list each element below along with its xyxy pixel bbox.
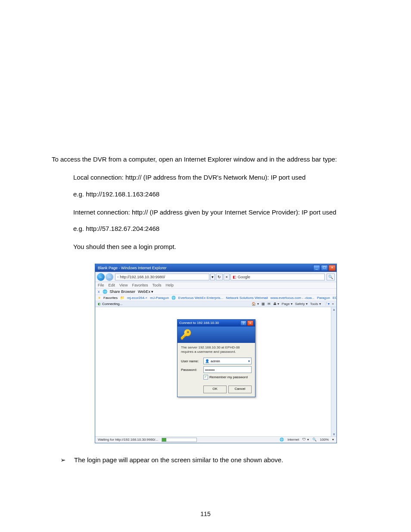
fav-item-0[interactable]: mj-ecor264-+ <box>127 296 147 300</box>
page-content: Connect to 192.168.10.30 ? × 🔑 The serve… <box>95 307 336 436</box>
local-line2: e.g. http://192.168.1.163:2468 <box>73 190 359 199</box>
loading-icon: ◐ <box>98 302 101 306</box>
progress-bar <box>162 438 197 442</box>
dialog-banner: 🔑 <box>177 327 255 343</box>
fav-item-3[interactable]: Network Solutions Webmail <box>226 296 268 300</box>
intro-paragraph: To access the DVR from a computer, open … <box>52 155 359 164</box>
internet-line1: Internet connection: http:// (IP address… <box>73 208 359 217</box>
feeds-icon[interactable]: ▦ <box>262 302 265 306</box>
zoom-dropdown[interactable]: ▾ <box>332 438 334 442</box>
scroll-up-icon[interactable]: ▴ <box>331 307 336 311</box>
fav-item-4[interactable]: www.everfocus.com - -dow... <box>271 296 314 300</box>
tab-row: ◐ Connecting... 🏠 ▾ ▦ ✉ 🖶 ▾ Page ▾ Safet… <box>95 301 336 307</box>
google-icon: ◧ <box>233 274 237 280</box>
internet-zone: Internet <box>287 438 299 442</box>
scrollbar[interactable]: ▴ ▾ <box>331 307 336 436</box>
fav-item-5[interactable]: Paragon <box>317 296 330 300</box>
keys-icon: 🔑 <box>180 329 192 340</box>
page-icon: ▫ <box>117 274 118 280</box>
protected-mode-icon[interactable]: 🛡 ▾ <box>302 438 308 442</box>
dialog-help-button[interactable]: ? <box>240 320 246 326</box>
globe-icon: 🌐 <box>103 289 107 294</box>
fav-item-2[interactable]: Everfocus WebEx Enterpris... <box>178 296 223 300</box>
bullet-icon: ➢ <box>52 456 74 464</box>
address-text: http://192.168.10.30:9980/ <box>120 274 165 280</box>
tab-label[interactable]: Connecting... <box>102 302 122 306</box>
share-close[interactable]: x <box>98 289 100 294</box>
local-line1: Local connection: http:// (IP address fr… <box>73 173 359 182</box>
safety-menu[interactable]: Safety ▾ <box>295 302 308 306</box>
tools-menu[interactable]: Tools ▾ <box>310 302 321 306</box>
menu-help[interactable]: Help <box>165 283 174 287</box>
back-button[interactable]: ← <box>97 273 105 281</box>
search-box[interactable]: ◧ Google <box>230 274 325 280</box>
username-input[interactable]: 👤 admin <box>203 358 252 364</box>
favorites-folder-icon: 📁 <box>120 296 125 300</box>
go-dropdown[interactable]: ▾ <box>210 274 215 280</box>
prompt-line: You should then see a login prompt. <box>73 243 359 251</box>
user-icon: 👤 <box>205 359 209 363</box>
ie-window: Blank Page - Windows Internet Explorer _… <box>95 264 337 443</box>
close-button[interactable]: × <box>329 265 336 271</box>
fav-item-6[interactable]: ECOR iConf Room <box>333 296 336 300</box>
remember-checkbox[interactable]: ✓ <box>203 375 208 380</box>
menu-view[interactable]: View <box>119 283 128 287</box>
status-text: Waiting for http://192.168.10.30:9980/..… <box>98 438 158 442</box>
toolbar-overflow[interactable]: » <box>332 302 334 306</box>
password-input[interactable]: •••••••• <box>203 366 252 373</box>
share-toolbar: x 🌐 Share Browser WebEx ▾ <box>95 289 336 295</box>
minimize-button[interactable]: _ <box>313 265 320 271</box>
refresh-button[interactable]: ↻ <box>216 274 223 280</box>
password-value: •••••••• <box>205 368 215 372</box>
maximize-button[interactable]: □ <box>321 265 328 271</box>
menu-edit[interactable]: Edit <box>109 283 115 287</box>
internet-line2: e.g. http://57.182.67.204:2468 <box>73 224 359 233</box>
menu-bar: File Edit View Favorites Tools Help <box>95 282 336 289</box>
cancel-button[interactable]: Cancel <box>228 386 252 393</box>
share-label[interactable]: Share Browser <box>110 289 136 294</box>
auth-dialog: Connect to 192.168.10.30 ? × 🔑 The serve… <box>177 319 255 398</box>
window-title: Blank Page - Windows Internet Explorer <box>98 266 167 270</box>
fav-item-1[interactable]: mJ-Paragon <box>150 296 169 300</box>
nav-toolbar: ← → ▫ http://192.168.10.30:9980/ ▾ ↻ × ◧… <box>95 272 336 282</box>
ok-button[interactable]: OK <box>203 386 227 393</box>
internet-zone-icon: 🌐 <box>280 438 284 442</box>
scroll-down-icon[interactable]: ▾ <box>331 432 336 436</box>
favorites-label[interactable]: Favorites <box>103 296 118 300</box>
page-menu[interactable]: Page ▾ <box>282 302 293 306</box>
menu-tools[interactable]: Tools <box>152 283 161 287</box>
dialog-message: The server 192.168.10.30 at EPHD-08 requ… <box>181 345 252 355</box>
search-placeholder: Google <box>238 274 250 280</box>
username-label: User name: <box>181 359 203 363</box>
window-title-bar: Blank Page - Windows Internet Explorer _… <box>95 264 336 272</box>
home-icon[interactable]: 🏠 ▾ <box>252 302 258 306</box>
password-label: Password: <box>181 368 203 372</box>
remember-label: Remember my password <box>209 375 248 379</box>
dialog-title-bar: Connect to 192.168.10.30 ? × <box>177 320 255 327</box>
search-button[interactable]: 🔍 <box>327 274 335 280</box>
dialog-title: Connect to 192.168.10.30 <box>179 321 219 325</box>
page-number: 115 <box>0 510 411 517</box>
dialog-close-button[interactable]: × <box>247 320 253 326</box>
mail-icon[interactable]: ✉ <box>268 302 271 306</box>
menu-favorites[interactable]: Favorites <box>132 283 148 287</box>
status-bar: Waiting for http://192.168.10.30:9980/..… <box>95 436 336 443</box>
webex-dropdown[interactable]: WebEx ▾ <box>138 289 153 294</box>
globe-icon-2: 🌐 <box>171 296 176 300</box>
menu-file[interactable]: File <box>98 283 104 287</box>
zoom-level[interactable]: 100% <box>320 438 329 442</box>
username-value: admin <box>211 359 220 363</box>
print-icon[interactable]: 🖶 ▾ <box>273 302 279 306</box>
address-bar[interactable]: ▫ http://192.168.10.30:9980/ <box>115 274 209 280</box>
star-icon: ★ <box>98 296 101 300</box>
bullet-text: The login page will appear on the screen… <box>74 456 283 464</box>
help-icon[interactable]: ❔▾ <box>324 302 330 306</box>
favorites-bar: ★ Favorites 📁 mj-ecor264-+ mJ-Paragon 🌐 … <box>95 295 336 301</box>
forward-button[interactable]: → <box>106 273 113 281</box>
zoom-icon[interactable]: 🔍 <box>312 438 317 442</box>
stop-button[interactable]: × <box>224 274 229 280</box>
